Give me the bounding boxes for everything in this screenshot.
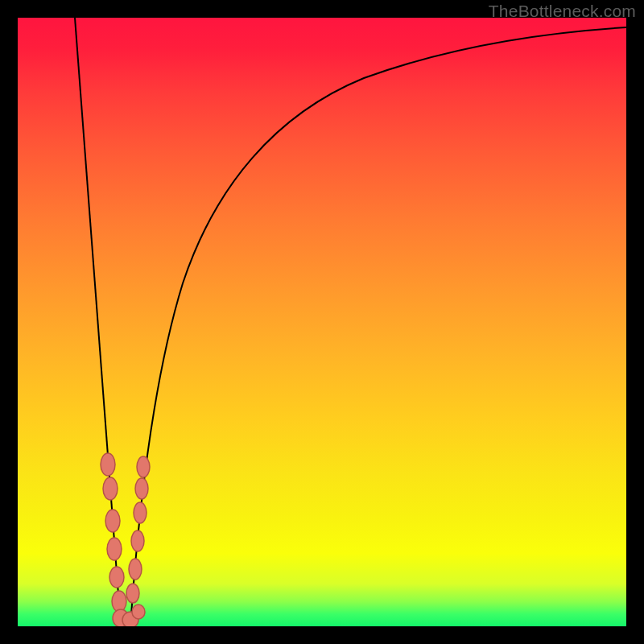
marker-1 [103, 477, 118, 500]
marker-8 [132, 605, 145, 619]
marker-14 [126, 584, 139, 603]
marker-12 [131, 530, 144, 551]
attribution-watermark: TheBottleneck.com [489, 2, 636, 21]
marker-5 [112, 591, 126, 612]
ascending-curve [130, 27, 626, 626]
descending-line [75, 18, 121, 626]
marker-10 [135, 478, 148, 499]
marker-2 [105, 510, 120, 532]
marker-3 [107, 538, 122, 560]
marker-13 [129, 559, 142, 580]
chart-svg [18, 18, 626, 626]
marker-9 [137, 456, 150, 477]
marker-4 [109, 567, 124, 588]
chart-plot-area [18, 18, 626, 626]
marker-11 [134, 502, 147, 523]
marker-0 [101, 453, 115, 476]
